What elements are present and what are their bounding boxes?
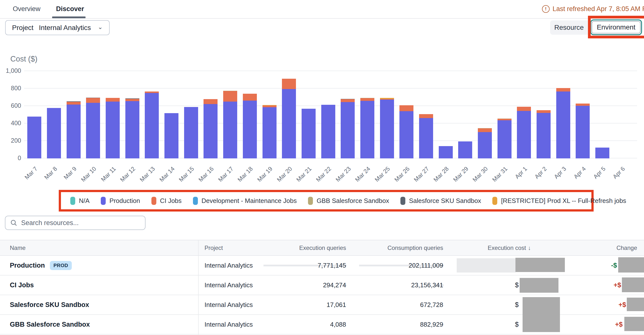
stacked-bar-mar-30[interactable] [478, 128, 492, 158]
stacked-bar-mar-25[interactable] [380, 98, 394, 158]
search-input[interactable]: Search resources... [5, 216, 146, 230]
stacked-bar-mar-15[interactable] [184, 107, 198, 158]
tab-overview[interactable]: Overview [13, 0, 40, 18]
stacked-bar-mar-26[interactable] [400, 105, 414, 158]
stacked-bar-mar-10[interactable] [86, 98, 100, 158]
column-header-execution-queries[interactable]: Execution queries [268, 244, 348, 251]
bar-segment [27, 117, 41, 158]
legend-swatch [308, 197, 313, 205]
stacked-bar-mar-9[interactable] [66, 101, 80, 158]
legend-label: [RESTRICTED] Prod XL -- Full-Refresh job… [501, 197, 626, 205]
bar-segment [419, 114, 433, 118]
stacked-bar-mar-21[interactable] [302, 109, 316, 158]
redacted-value-mask [624, 317, 644, 331]
stacked-bar-mar-22[interactable] [321, 105, 335, 158]
stacked-bar-apr-5[interactable] [595, 148, 609, 158]
stacked-bar-mar-31[interactable] [498, 119, 512, 158]
execution-queries-cell: 4,088 [268, 321, 348, 328]
bar-segment [576, 106, 590, 158]
stacked-bar-mar-29[interactable] [458, 141, 472, 158]
stacked-bar-mar-18[interactable] [243, 94, 257, 158]
stacked-bar-mar-7[interactable] [27, 117, 41, 158]
legend-label: Production [110, 197, 140, 205]
bar-segment [106, 102, 120, 158]
column-header-change[interactable]: Change [538, 244, 644, 251]
consumption-queries-cell: 202,111,009 [348, 262, 445, 269]
value-text: 17,061 [326, 301, 346, 309]
stacked-bar-mar-8[interactable] [47, 108, 61, 158]
project-filter-value: Internal Analytics [39, 24, 91, 32]
project-cell: Internal Analytics [198, 321, 268, 328]
legend-item[interactable]: CI Jobs [152, 197, 182, 205]
stacked-bar-mar-14[interactable] [164, 113, 178, 158]
redacted-value-mask [618, 257, 644, 272]
bar-segment [262, 107, 276, 158]
bar-segment [184, 107, 198, 158]
legend-label: GBB Salesforce Sandbox [316, 197, 389, 205]
legend-item[interactable]: GBB Salesforce Sandbox [308, 197, 389, 205]
value-text: 202,111,009 [408, 262, 443, 269]
stacked-bar-mar-13[interactable] [145, 92, 159, 158]
legend-item[interactable]: Production [101, 197, 140, 205]
tab-discover[interactable]: Discover [56, 0, 84, 18]
resource-toggle-button[interactable]: Resource [550, 21, 588, 35]
legend-label: Development - Maintenance Jobs [202, 197, 297, 205]
stacked-bar-apr-2[interactable] [536, 110, 550, 158]
stacked-bar-mar-19[interactable] [262, 105, 276, 158]
resource-name-cell: CI Jobs [0, 281, 198, 289]
bar-segment [536, 113, 550, 158]
legend-item[interactable]: [RESTRICTED] Prod XL -- Full-Refresh job… [492, 197, 626, 205]
project-filter-dropdown[interactable]: Project Internal Analytics ⌄ [5, 20, 110, 35]
stacked-bar-apr-4[interactable] [576, 104, 590, 158]
legend-swatch [152, 197, 156, 205]
legend-label: CI Jobs [160, 197, 182, 205]
column-header-name[interactable]: Name [0, 244, 198, 251]
legend-item[interactable]: Salesforce SKU Sandbox [400, 197, 481, 205]
legend-label: N/A [79, 197, 90, 205]
stacked-bar-mar-17[interactable] [223, 91, 237, 158]
column-header-execution-cost[interactable]: Execution cost↓ [445, 244, 538, 251]
legend-swatch [70, 197, 75, 205]
bar-segment [576, 104, 590, 106]
bar-segment [360, 101, 374, 158]
bar-segment [517, 107, 531, 111]
bar-segment [243, 101, 257, 158]
change-sign: +$ [615, 321, 622, 328]
column-header-consumption-queries[interactable]: Consumption queries [348, 244, 445, 251]
bar-segment [400, 105, 414, 111]
stacked-bar-mar-24[interactable] [360, 98, 374, 158]
resource-name-cell: GBB Salesforce Sandbox [0, 321, 198, 328]
stacked-bar-mar-23[interactable] [341, 99, 355, 158]
cost-currency-prefix: $ [515, 321, 519, 328]
legend-swatch [193, 197, 198, 205]
value-text: 4,088 [330, 321, 346, 328]
stacked-bar-mar-16[interactable] [204, 99, 218, 158]
table-column-divider [198, 240, 198, 335]
column-header-label: Execution queries [299, 244, 346, 251]
bar-segment [536, 110, 550, 113]
consumption-queries-cell: 882,929 [348, 321, 445, 328]
stacked-bar-apr-1[interactable] [517, 107, 531, 158]
bar-segment [66, 105, 80, 158]
stacked-bar-mar-28[interactable] [439, 146, 453, 158]
legend-item[interactable]: Development - Maintenance Jobs [193, 197, 297, 205]
stacked-bar-mar-20[interactable] [282, 79, 296, 158]
column-header-label: Name [10, 244, 26, 251]
bar-segment [478, 132, 492, 158]
value-text: 23,156,341 [411, 281, 443, 289]
resource-name-cell: ProductionPROD [0, 261, 198, 270]
bar-segment [439, 146, 453, 158]
stacked-bar-mar-12[interactable] [125, 98, 139, 158]
value-magnitude-bar [346, 304, 346, 306]
stacked-bar-mar-27[interactable] [419, 114, 433, 158]
stacked-bar-mar-11[interactable] [106, 98, 120, 158]
stacked-bar-apr-3[interactable] [556, 88, 570, 158]
legend-item[interactable]: N/A [70, 197, 90, 205]
bar-segment [517, 111, 531, 158]
execution-queries-cell: 17,061 [268, 301, 348, 309]
bar-segment [556, 92, 570, 158]
bar-segment [282, 79, 296, 89]
change-sign: +$ [614, 281, 621, 289]
consumption-queries-cell: 23,156,341 [348, 281, 445, 289]
column-header-project[interactable]: Project [198, 244, 268, 251]
